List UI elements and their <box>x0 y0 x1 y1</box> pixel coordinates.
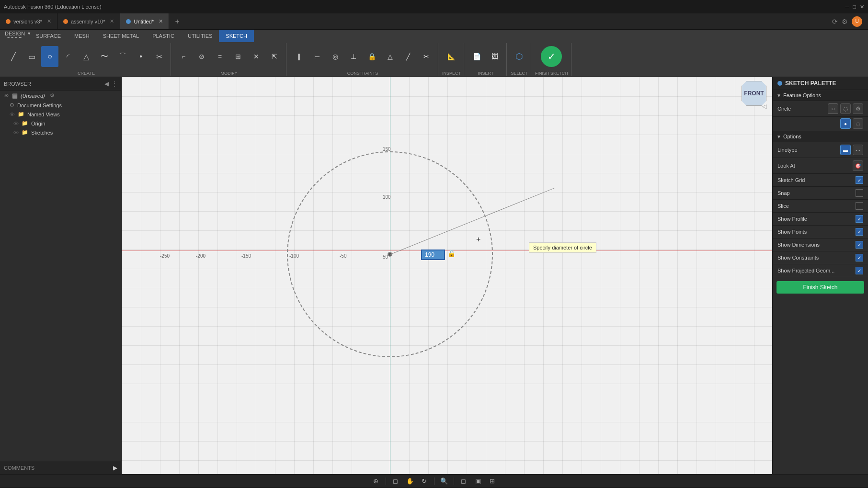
show-constraints-checkbox[interactable]: ✓ <box>856 254 863 261</box>
minimize-btn[interactable]: ─ <box>845 4 849 10</box>
scale-btn[interactable]: ⇱ <box>266 46 283 67</box>
parallel-btn[interactable]: △ <box>381 46 399 67</box>
tab-versions[interactable]: versions v3* ✕ <box>0 13 57 29</box>
show-points-label: Show Points <box>777 229 807 235</box>
canvas-area[interactable]: 150 100 50 -250 -200 -150 -100 -50 🔒 Spe… <box>122 77 772 474</box>
point-tool-btn[interactable]: • <box>132 46 149 67</box>
insert-svg-btn[interactable]: 🖼 <box>486 46 503 67</box>
equal-btn[interactable]: ✂ <box>418 46 435 67</box>
circle-normal-btn[interactable]: ● <box>840 118 851 129</box>
browser-collapse-btn[interactable]: ◀ <box>104 80 109 87</box>
show-points-checkbox[interactable]: ✓ <box>856 228 863 236</box>
tab-add-btn[interactable]: + <box>169 13 185 29</box>
linetype-dashed-btn[interactable]: - - <box>853 145 863 155</box>
snap-checkbox[interactable] <box>856 189 863 197</box>
look-at-btn[interactable]: 🎯 <box>853 160 863 171</box>
ribbon-tab-sketch[interactable]: SKETCH <box>219 30 254 42</box>
layout-btn[interactable]: ⊞ <box>487 476 498 487</box>
comments-expand-btn[interactable]: ▶ <box>113 465 117 471</box>
line-tool-btn[interactable]: ╱ <box>5 46 22 67</box>
circle-tool-btn[interactable]: ○ <box>41 46 58 67</box>
fixed-btn[interactable]: 🔒 <box>363 46 380 67</box>
snap-tool-btn[interactable]: ⊕ <box>370 476 382 487</box>
dimension-input[interactable] <box>421 250 445 260</box>
gear-icon-docsettings: ⚙ <box>10 102 14 108</box>
grid-btn[interactable]: ▣ <box>472 476 484 487</box>
linetype-solid-btn[interactable]: ▬ <box>840 145 851 155</box>
circle-construction-btn[interactable]: ◌ <box>853 118 863 129</box>
polygon-tool-btn[interactable]: △ <box>78 46 95 67</box>
display-settings-btn[interactable]: ◻ <box>458 476 469 487</box>
tree-origin[interactable]: 👁 📁 Origin <box>0 119 121 128</box>
select-btn[interactable]: ⬡ <box>511 46 528 67</box>
coincident-btn[interactable]: ∥ <box>290 46 308 67</box>
circle-3point-btn[interactable]: ◌ <box>840 103 851 114</box>
refresh-btn[interactable]: ⟳ <box>832 18 838 25</box>
options-header[interactable]: ▼ Options <box>773 131 868 142</box>
ribbon-tab-plastic[interactable]: PLASTIC <box>146 30 181 42</box>
sketch-grid-checkbox[interactable]: ✓ <box>856 176 863 184</box>
design-dropdown[interactable]: DESIGN ▼ <box>0 30 36 37</box>
browser-menu-btn[interactable]: ⋮ <box>112 80 117 87</box>
feature-options-header[interactable]: ▼ Feature Options <box>773 90 868 101</box>
break-btn[interactable]: ✕ <box>248 46 265 67</box>
show-points-row: Show Points ✓ <box>773 226 868 238</box>
midpoint-btn[interactable]: ⊥ <box>345 46 362 67</box>
joint-btn[interactable]: ◻ <box>390 476 401 487</box>
concentric-icon: ◎ <box>332 53 338 60</box>
ribbon-tab-utilities[interactable]: UTILITIES <box>181 30 219 42</box>
collinear-btn[interactable]: ⊢ <box>308 46 326 67</box>
fillet-btn[interactable]: ⌐ <box>175 46 192 67</box>
named-views-label: Named Views <box>27 112 60 117</box>
show-dimensions-checkbox[interactable]: ✓ <box>856 241 863 249</box>
arc-tool-btn[interactable]: ◜ <box>59 46 77 67</box>
slice-checkbox[interactable] <box>856 202 863 210</box>
tree-root[interactable]: 👁 ▤ (Unsaved) ⚙ <box>0 91 121 101</box>
select-label: SELECT <box>511 71 528 76</box>
trim-tool-btn[interactable]: ✂ <box>150 46 168 67</box>
finish-sketch-btn[interactable]: Finish Sketch <box>777 281 864 294</box>
ribbon-content: ╱ ▭ ○ ◜ △ 〜 <box>0 42 868 77</box>
orbit-btn[interactable]: ↻ <box>419 476 430 487</box>
circle-mode-controls: ○ ◌ ⚙ <box>828 103 863 114</box>
tab-close-versions[interactable]: ✕ <box>47 18 51 24</box>
tree-sketches[interactable]: 👁 📁 Sketches <box>0 128 121 137</box>
conic-tool-btn[interactable]: ⌒ <box>114 46 131 67</box>
zoom-btn[interactable]: 🔍 <box>438 476 450 487</box>
maximize-btn[interactable]: □ <box>853 4 856 10</box>
tab-close-untitled[interactable]: ✕ <box>159 18 163 24</box>
insert-dxf-btn[interactable]: 📄 <box>468 46 485 67</box>
settings-icon[interactable]: ⚙ <box>842 18 848 25</box>
circle-settings-btn[interactable]: ⚙ <box>853 103 863 114</box>
tab-close-assembly[interactable]: ✕ <box>110 18 114 24</box>
spline-tool-btn[interactable]: 〜 <box>96 46 113 67</box>
show-profile-checkbox[interactable]: ✓ <box>856 215 863 223</box>
close-btn[interactable]: ✕ <box>860 4 864 10</box>
inspect-measure-btn[interactable]: 📐 <box>443 46 460 67</box>
concentric-btn[interactable]: ◎ <box>327 46 344 67</box>
point-icon: • <box>139 52 142 61</box>
tab-label-versions: versions v3* <box>13 19 42 24</box>
ribbon-tab-mesh[interactable]: MESH <box>68 30 96 42</box>
offset-btn[interactable]: ⊘ <box>193 46 210 67</box>
fixed-icon: 🔒 <box>368 53 376 60</box>
rectangle-icon: ▭ <box>28 52 35 61</box>
pattern-btn[interactable]: ⊞ <box>229 46 247 67</box>
tree-document-settings[interactable]: ⚙ Document Settings <box>0 101 121 110</box>
circle-center-diameter-btn[interactable]: ○ <box>828 103 838 114</box>
user-avatar[interactable]: U <box>852 16 862 27</box>
rectangle-tool-btn[interactable]: ▭ <box>23 46 40 67</box>
tangent-btn[interactable]: ╱ <box>400 46 417 67</box>
settings-icon-root[interactable]: ⚙ <box>50 92 55 99</box>
tab-untitled[interactable]: Untitled* ✕ <box>120 13 169 29</box>
tab-assembly[interactable]: assembly v10* ✕ <box>57 13 121 29</box>
view-cube-container[interactable]: FRONT ◁ <box>742 81 766 106</box>
finish-sketch-ribbon-btn[interactable]: ✓ <box>541 46 562 67</box>
pan-btn[interactable]: ✋ <box>404 476 416 487</box>
tabs-bar: versions v3* ✕ assembly v10* ✕ Untitled*… <box>0 13 868 30</box>
mirror-btn[interactable]: = <box>211 46 228 67</box>
show-projected-checkbox[interactable]: ✓ <box>856 267 863 274</box>
main-area: BROWSER ◀ ⋮ 👁 ▤ (Unsaved) ⚙ ⚙ Document S… <box>0 77 868 474</box>
ribbon-tab-sheetmetal[interactable]: SHEET METAL <box>96 30 146 42</box>
tree-named-views[interactable]: 👁 📁 Named Views <box>0 110 121 119</box>
